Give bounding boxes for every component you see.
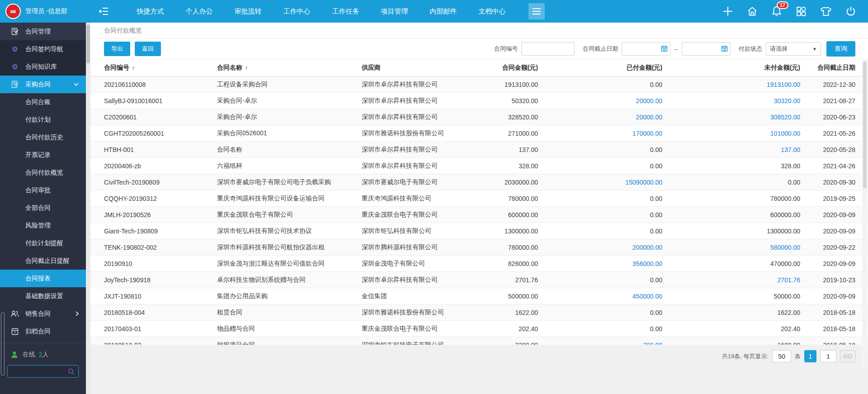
logout-power-icon[interactable] bbox=[845, 6, 856, 17]
table-row[interactable]: 20200406-zb 六福纸杯 深圳市卓尔昇科技有限公司 328.00 0.0… bbox=[90, 158, 868, 174]
cell-unpaid-amount[interactable]: 1622.00 bbox=[662, 309, 800, 316]
cell-paid-amount[interactable]: 170000.00 bbox=[538, 130, 662, 137]
top-menu-item[interactable]: 个人办公 bbox=[175, 0, 224, 23]
cell-unpaid-amount[interactable]: 308520.00 bbox=[662, 114, 800, 121]
table-row[interactable]: TENK-190802-002 深圳市科源科技有限公司航拍仪器出租 深圳市腾科源… bbox=[90, 239, 868, 256]
top-menu-item[interactable]: 审批流转 bbox=[224, 0, 273, 23]
top-menu-item[interactable]: 文档中心 bbox=[468, 0, 517, 23]
sidebar-item-archive-contract[interactable]: 归档合同 bbox=[0, 323, 86, 340]
home-icon[interactable] bbox=[747, 6, 758, 17]
top-menu-item[interactable]: 内部邮件 bbox=[419, 0, 468, 23]
table-row[interactable]: HTBH-001 合同名称 深圳市卓尔昇科技有限公司 137.00 0.00 1… bbox=[90, 142, 868, 158]
table-row[interactable]: CQQHY-20190312 重庆奇鸿源科技有限公司设备运输合同 重庆奇鸿源科技… bbox=[90, 190, 868, 207]
cell-paid-amount[interactable]: 0.00 bbox=[538, 211, 662, 218]
sidebar-item-sales-contract[interactable]: 销售合同 bbox=[0, 305, 86, 323]
cell-paid-amount[interactable]: 0.00 bbox=[538, 325, 662, 332]
cell-paid-amount[interactable]: 700.00 bbox=[538, 342, 662, 345]
table-row[interactable]: C20200601 采购合同-卓尔 深圳市卓尔昇科技有限公司 328520.00… bbox=[90, 109, 868, 125]
payment-status-select[interactable]: 请选择 ▼ bbox=[766, 42, 821, 56]
submenu-item[interactable]: 合同台账 bbox=[0, 93, 86, 111]
cell-unpaid-amount[interactable]: 780000.00 bbox=[662, 195, 800, 202]
page-size-input[interactable] bbox=[772, 350, 791, 362]
col-contract-name[interactable]: 合同名称 ▲▼ bbox=[217, 64, 362, 72]
cell-unpaid-amount[interactable]: 50000.00 bbox=[662, 293, 800, 300]
go-button[interactable]: GO bbox=[840, 350, 855, 362]
sort-icon[interactable]: ▲▼ bbox=[132, 66, 135, 70]
top-menu-item[interactable]: 工作任务 bbox=[321, 0, 370, 23]
cell-paid-amount[interactable]: 15090000.00 bbox=[538, 179, 662, 186]
cell-unpaid-amount[interactable]: 101000.00 bbox=[662, 130, 800, 137]
cell-unpaid-amount[interactable]: 2701.76 bbox=[662, 276, 800, 284]
table-row[interactable]: 20170403-01 物品赠与合同 重庆金茂联合电子有限公司 202.40 0… bbox=[90, 321, 868, 337]
sidebar-scrollbar-thumb[interactable] bbox=[1, 312, 5, 375]
submenu-item[interactable]: 付款计划 bbox=[0, 111, 86, 128]
table-scrollbar[interactable] bbox=[862, 60, 868, 367]
contract-no-input[interactable] bbox=[521, 42, 575, 56]
sidebar-item-contract-sign-nav[interactable]: ⚙ 合同签约导航 bbox=[0, 40, 86, 58]
col-contract-no[interactable]: 合同编号 ▲▼ bbox=[104, 64, 217, 72]
table-row[interactable]: JMLH-20190526 重庆金茂联合电子有限公司 重庆金茂联合电子有限公司 … bbox=[90, 207, 868, 223]
submenu-item[interactable]: 付款计划提醒 bbox=[0, 234, 86, 252]
cell-unpaid-amount[interactable]: 580000.00 bbox=[662, 244, 800, 251]
cell-unpaid-amount[interactable]: 30320.00 bbox=[662, 97, 800, 104]
table-row[interactable]: JoyTech-190918 卓尔科技生物识别系统赠与合同 深圳市卓尔昇科技有限… bbox=[90, 272, 868, 288]
submenu-item[interactable]: 合同付款历史 bbox=[0, 128, 86, 146]
sidebar-collapse-icon[interactable] bbox=[97, 5, 111, 18]
sidebar-item-purchase-contract[interactable]: 采购合同 bbox=[0, 76, 86, 93]
table-row[interactable]: JXJT-190810 集团办公用品采购 金信集团 500000.00 4500… bbox=[90, 288, 868, 304]
cell-unpaid-amount[interactable]: 137.00 bbox=[662, 146, 800, 153]
cell-unpaid-amount[interactable]: 328.00 bbox=[662, 162, 800, 170]
submenu-item[interactable]: 合同报表 bbox=[0, 270, 86, 287]
add-icon[interactable] bbox=[722, 6, 733, 17]
submenu-item[interactable]: 合同审批 bbox=[0, 181, 86, 199]
cell-paid-amount[interactable]: 356000.00 bbox=[538, 260, 662, 267]
table-row[interactable]: 202106110008 工程设备采购合同 深圳市卓尔昇科技有限公司 19131… bbox=[90, 76, 868, 93]
scroll-thumb[interactable] bbox=[86, 24, 90, 63]
scroll-thumb[interactable] bbox=[863, 62, 867, 188]
cell-unpaid-amount[interactable]: 1913100.00 bbox=[662, 81, 800, 88]
sidebar-item-contract-management[interactable]: 合同管理 bbox=[0, 23, 86, 40]
query-button[interactable]: 查询 bbox=[826, 41, 855, 57]
table-row[interactable]: 20180518-004 租赁合同 深圳市雅诺科技股份有限公司 1622.00 … bbox=[90, 304, 868, 321]
calendar-icon[interactable] bbox=[661, 45, 668, 53]
cell-paid-amount[interactable]: 450000.00 bbox=[538, 293, 662, 300]
cell-paid-amount[interactable]: 20000.00 bbox=[538, 114, 662, 121]
cell-paid-amount[interactable]: 0.00 bbox=[538, 146, 662, 153]
back-button[interactable]: 返回 bbox=[135, 42, 161, 56]
search-icon[interactable] bbox=[68, 368, 75, 375]
sidebar-scroll-strip[interactable] bbox=[86, 23, 90, 394]
sidebar-search-input[interactable] bbox=[8, 368, 68, 375]
cell-unpaid-amount[interactable]: 1300000.00 bbox=[662, 228, 800, 235]
goto-page-input[interactable] bbox=[820, 350, 836, 362]
table-row[interactable]: 20180518-03 融投项目合同 深圳市恒东科技电子有限公司 2388.00… bbox=[90, 337, 868, 345]
table-row[interactable]: Giant-Tech-190809 深圳市钜弘科技有限公司技术协议 深圳市钜弘科… bbox=[90, 223, 868, 239]
theme-tshirt-icon[interactable] bbox=[820, 6, 832, 17]
cell-paid-amount[interactable]: 0.00 bbox=[538, 309, 662, 316]
cell-unpaid-amount[interactable]: 600000.00 bbox=[662, 211, 800, 218]
notifications-bell-icon[interactable]: 17 bbox=[771, 5, 782, 17]
submenu-item[interactable]: 开票记录 bbox=[0, 146, 86, 164]
submenu-item[interactable]: 合同付款概览 bbox=[0, 164, 86, 181]
top-menu-item[interactable]: 工作中心 bbox=[273, 0, 321, 23]
cell-unpaid-amount[interactable]: 202.40 bbox=[662, 325, 800, 332]
submenu-item[interactable]: 基础数据设置 bbox=[0, 287, 86, 305]
submenu-item[interactable]: 合同截止日提醒 bbox=[0, 252, 86, 270]
sidebar-item-contract-knowledge[interactable]: ⚙ 合同知识库 bbox=[0, 58, 86, 76]
calendar-icon[interactable] bbox=[721, 45, 728, 53]
table-row[interactable]: CivilTech-20190809 深圳市赛威尔电子有限公司电子负载采购 深圳… bbox=[90, 174, 868, 190]
top-menu-item[interactable]: 快捷方式 bbox=[126, 0, 175, 23]
cell-paid-amount[interactable]: 0.00 bbox=[538, 228, 662, 235]
submenu-item[interactable]: 风险管理 bbox=[0, 217, 86, 234]
table-row[interactable]: SallyBJ-0910016001 采购合同-卓尔 深圳市卓尔昇科技有限公司 … bbox=[90, 93, 868, 109]
cell-paid-amount[interactable]: 20000.00 bbox=[538, 97, 662, 104]
cell-unpaid-amount[interactable]: 1688.00 bbox=[662, 342, 800, 345]
cell-paid-amount[interactable]: 0.00 bbox=[538, 195, 662, 202]
submenu-item[interactable]: 全部合同 bbox=[0, 199, 86, 217]
cell-unpaid-amount[interactable]: 470000.00 bbox=[662, 260, 800, 267]
cell-paid-amount[interactable]: 0.00 bbox=[538, 81, 662, 88]
app-logo-icon[interactable]: ∞ bbox=[5, 4, 21, 19]
cell-paid-amount[interactable]: 200000.00 bbox=[538, 244, 662, 251]
export-button[interactable]: 导出 bbox=[104, 42, 130, 56]
apps-grid-icon[interactable] bbox=[796, 6, 807, 17]
sort-icon[interactable]: ▲▼ bbox=[245, 66, 248, 70]
